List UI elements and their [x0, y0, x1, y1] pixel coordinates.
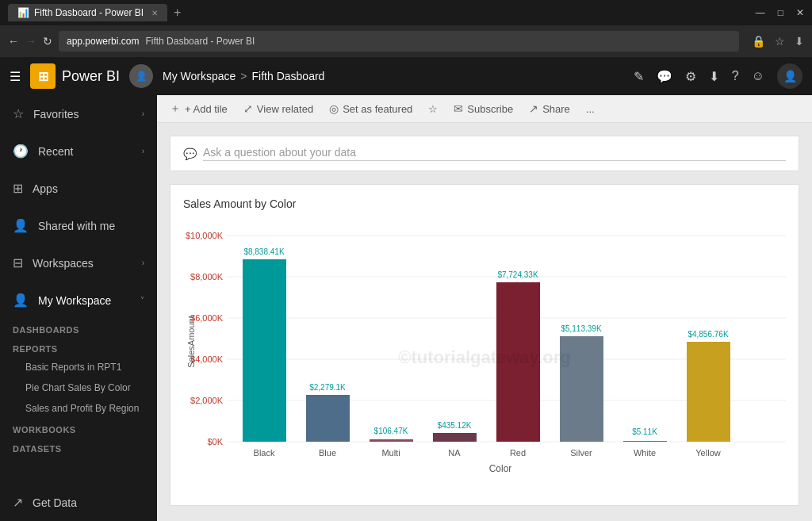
star-bookmark-icon[interactable]: ☆: [775, 35, 785, 48]
svg-text:$7,724.33K: $7,724.33K: [497, 270, 538, 279]
share-icon: ↗: [529, 102, 538, 115]
add-tile-button[interactable]: ＋ + Add tile: [170, 102, 228, 116]
header-icons: ✎ 💬 ⚙ ⬇ ? ☺ 👤: [634, 63, 802, 89]
svg-text:$4,856.76K: $4,856.76K: [688, 330, 728, 339]
sidebar-item-myworkspace[interactable]: 👤 My Workspace ˅: [0, 282, 157, 319]
svg-text:$5.11K: $5.11K: [632, 427, 657, 436]
svg-text:$106.47K: $106.47K: [374, 427, 408, 435]
tab-icon: 📊: [17, 7, 29, 18]
star-button[interactable]: ☆: [428, 103, 438, 115]
browser-title-bar: 📊 Fifth Dasboard - Power BI ✕ + — □ ✕: [0, 0, 812, 25]
help-icon[interactable]: ?: [732, 69, 739, 83]
more-dots-icon: ...: [586, 103, 595, 115]
user-profile-button[interactable]: 👤: [777, 63, 802, 89]
add-icon: ＋: [170, 102, 181, 116]
address-url: app.powerbi.com: [67, 36, 139, 47]
active-tab[interactable]: 📊 Fifth Dasboard - Power BI ✕: [8, 4, 167, 21]
subscribe-icon: ✉: [454, 102, 463, 115]
close-button[interactable]: ✕: [796, 7, 804, 18]
main-content: ＋ + Add tile ⤢ View related ◎ Set as fea…: [157, 95, 812, 521]
svg-text:NA: NA: [448, 448, 461, 458]
download-icon[interactable]: ⬇: [795, 35, 804, 48]
chart-tile: Sales Amount by Color ©tutorialgateway.o…: [170, 184, 799, 506]
sidebar-item-myworkspace-label: My Workspace: [38, 294, 111, 307]
browser-toolbar-icons: 🔒 ☆ ⬇: [752, 35, 804, 48]
breadcrumb-workspace[interactable]: My Workspace: [163, 70, 236, 82]
svg-text:Color: Color: [489, 463, 512, 474]
svg-rect-25: [496, 282, 540, 442]
sidebar-item-apps[interactable]: ⊞ Apps: [0, 170, 157, 207]
workbooks-header: WORKBOOKS: [0, 419, 157, 438]
chart-container: ©tutorialgateway.org $10,000K $8,000K $6…: [183, 223, 786, 492]
address-bar[interactable]: app.powerbi.com Fifth Dasboard - Power B…: [59, 31, 739, 52]
shared-icon: 👤: [13, 218, 29, 233]
tab-close-button[interactable]: ✕: [151, 9, 158, 17]
share-button[interactable]: ↗ Share: [529, 102, 570, 115]
svg-text:$5,113.39K: $5,113.39K: [561, 324, 601, 333]
report-basic-reports[interactable]: Basic Reports in RPT1: [0, 357, 157, 377]
tab-title: Fifth Dasboard - Power BI: [34, 7, 144, 18]
sidebar-item-recent[interactable]: 🕐 Recent ›: [0, 132, 157, 170]
comment-icon[interactable]: 💬: [657, 69, 672, 84]
back-button[interactable]: ←: [8, 35, 19, 48]
reports-header: REPORTS: [0, 338, 157, 357]
view-related-button[interactable]: ⤢ View related: [243, 102, 313, 115]
svg-text:$8,838.41K: $8,838.41K: [243, 247, 284, 256]
minimize-button[interactable]: —: [756, 7, 765, 18]
add-tile-label: + Add tile: [185, 103, 228, 115]
settings-icon[interactable]: ⚙: [685, 69, 696, 84]
pbi-logo: ⊞ Power BI: [30, 63, 120, 89]
svg-text:Black: Black: [254, 448, 275, 458]
sidebar-item-getdata[interactable]: ↗ Get Data: [0, 484, 157, 521]
ask-icon: 💬: [183, 147, 197, 160]
download-header-icon[interactable]: ⬇: [709, 69, 719, 84]
app-header: ☰ ⊞ Power BI 👤 My Workspace > Fifth Dasb…: [0, 57, 812, 95]
sidebar-item-getdata-label: Get Data: [33, 496, 77, 509]
lock-icon: 🔒: [752, 35, 765, 48]
sidebar: ☆ Favorites › 🕐 Recent › ⊞ Apps 👤 Shared…: [0, 95, 157, 521]
chart-title: Sales Amount by Color: [183, 197, 786, 210]
dashboards-header: DASHBOARDS: [0, 319, 157, 338]
pbi-logo-icon: ⊞: [30, 63, 56, 89]
sidebar-item-favorites[interactable]: ☆ Favorites ›: [0, 95, 157, 132]
address-title: Fifth Dasboard - Power BI: [145, 36, 255, 47]
related-icon: ⤢: [243, 102, 253, 115]
new-tab-button[interactable]: +: [174, 6, 181, 20]
workspaces-icon: ⊟: [13, 255, 23, 270]
apps-icon: ⊞: [13, 181, 23, 196]
svg-text:$435.12K: $435.12K: [438, 421, 472, 430]
svg-text:Silver: Silver: [570, 448, 592, 458]
smiley-icon[interactable]: ☺: [752, 69, 764, 83]
datasets-header: DATASETS: [0, 438, 157, 457]
sidebar-item-workspaces[interactable]: ⊟ Workspaces ›: [0, 244, 157, 282]
sidebar-item-workspaces-label: Workspaces: [33, 257, 94, 270]
window-controls: — □ ✕: [756, 7, 804, 18]
user-avatar-header[interactable]: 👤: [129, 64, 153, 88]
refresh-button[interactable]: ↻: [43, 35, 52, 48]
svg-text:Yellow: Yellow: [695, 448, 720, 458]
edit-icon[interactable]: ✎: [634, 69, 644, 84]
ask-question-bar[interactable]: 💬 Ask a question about your data: [170, 136, 799, 171]
svg-text:SalesAmount: SalesAmount: [186, 316, 196, 367]
maximize-button[interactable]: □: [778, 7, 783, 18]
more-button[interactable]: ...: [586, 103, 595, 115]
svg-rect-28: [560, 336, 603, 442]
forward-button[interactable]: →: [25, 35, 36, 48]
subscribe-button[interactable]: ✉ Subscribe: [454, 102, 513, 115]
svg-rect-31: [623, 441, 667, 442]
report-pie-chart[interactable]: Pie Chart Sales By Color: [0, 377, 157, 398]
breadcrumb-separator: >: [240, 70, 247, 82]
sidebar-item-recent-label: Recent: [38, 145, 73, 158]
featured-icon: ◎: [329, 102, 339, 115]
sidebar-item-shared[interactable]: 👤 Shared with me: [0, 207, 157, 244]
ask-question-text: Ask a question about your data: [203, 146, 786, 161]
set-featured-button[interactable]: ◎ Set as featured: [329, 102, 412, 115]
svg-text:$2,000K: $2,000K: [190, 396, 224, 405]
report-sales-profit[interactable]: Sales and Profit By Region: [0, 398, 157, 419]
favorites-icon: ☆: [13, 106, 24, 121]
recent-icon: 🕐: [13, 144, 29, 159]
chart-svg: $10,000K $8,000K $6,000K $4,000K $2,000K…: [183, 223, 786, 477]
hamburger-menu[interactable]: ☰: [10, 69, 21, 84]
svg-text:$10,000K: $10,000K: [186, 231, 224, 240]
chevron-down-icon: ˅: [140, 296, 144, 305]
